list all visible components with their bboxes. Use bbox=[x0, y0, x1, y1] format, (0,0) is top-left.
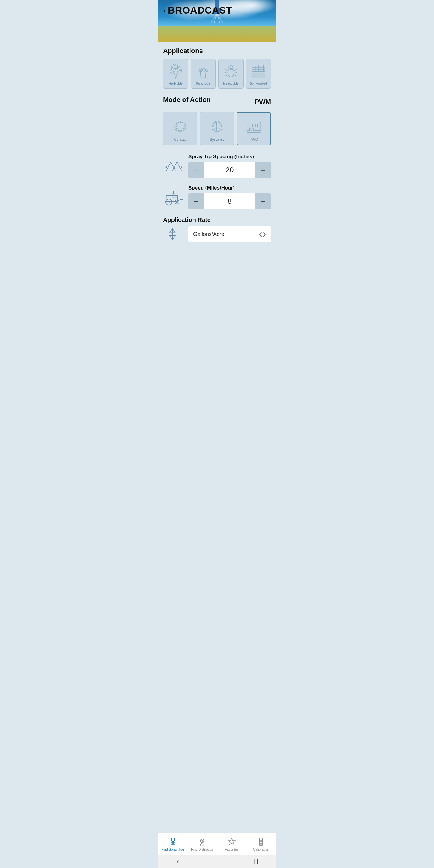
mode-grid: Contact Systemic bbox=[163, 112, 271, 145]
svg-point-13 bbox=[201, 70, 202, 70]
svg-point-54 bbox=[213, 125, 213, 126]
svg-rect-40 bbox=[252, 73, 265, 78]
svg-marker-92 bbox=[182, 198, 183, 200]
insecticide-label: Insecticide bbox=[223, 82, 239, 85]
app-card-herbicide[interactable]: Herbicide bbox=[163, 59, 188, 89]
mode-of-action-section: Mode of Action PWM bbox=[163, 96, 271, 145]
svg-point-45 bbox=[182, 122, 183, 123]
svg-point-19 bbox=[204, 68, 205, 69]
spray-tip-spacing-icon bbox=[163, 156, 185, 176]
hero-header: ‹ BROADCAST bbox=[163, 5, 232, 16]
main-content: Applications Herbicide bbox=[158, 42, 276, 290]
spray-tip-spacing-row: Spray Tip Spacing (Inches) − 20 + bbox=[163, 154, 271, 178]
svg-point-18 bbox=[202, 69, 203, 70]
svg-line-29 bbox=[234, 75, 236, 76]
applications-title: Applications bbox=[163, 47, 271, 55]
application-rate-icon bbox=[163, 226, 185, 243]
svg-point-51 bbox=[179, 130, 180, 131]
spray-tip-spacing-content: Spray Tip Spacing (Inches) − 20 + bbox=[188, 154, 271, 178]
svg-point-44 bbox=[180, 121, 181, 123]
mode-active-badge: PWM bbox=[255, 98, 271, 106]
svg-line-27 bbox=[234, 69, 237, 71]
speed-decrement[interactable]: − bbox=[188, 193, 204, 209]
applications-section: Applications Herbicide bbox=[163, 47, 271, 89]
mode-card-systemic[interactable]: Systemic bbox=[200, 112, 234, 145]
fungicide-label: Fungicide bbox=[196, 82, 210, 85]
svg-point-55 bbox=[214, 129, 215, 130]
spray-tip-spacing-control: − 20 + bbox=[188, 162, 271, 178]
speed-label: Speed (Miles/Hour) bbox=[188, 185, 271, 191]
svg-point-46 bbox=[184, 124, 185, 125]
mode-header: Mode of Action PWM bbox=[163, 96, 271, 108]
svg-point-42 bbox=[176, 124, 178, 125]
svg-line-28 bbox=[234, 72, 237, 73]
hero-field bbox=[158, 26, 276, 42]
svg-point-47 bbox=[176, 126, 177, 127]
svg-point-50 bbox=[183, 128, 184, 129]
svg-marker-79 bbox=[166, 162, 176, 171]
pwm-icon bbox=[245, 117, 263, 135]
back-icon[interactable]: ‹ bbox=[163, 6, 165, 15]
app-card-insecticide[interactable]: Insecticide bbox=[218, 59, 244, 89]
contact-label: Contact bbox=[174, 137, 186, 142]
svg-marker-83 bbox=[181, 166, 183, 168]
svg-point-8 bbox=[174, 65, 178, 68]
herbicide-label: Herbicide bbox=[169, 82, 183, 85]
hero-image: ‹ BROADCAST bbox=[158, 0, 276, 42]
speed-icon bbox=[163, 187, 185, 207]
application-rate-illustration bbox=[165, 226, 182, 243]
speed-row: Speed (Miles/Hour) − 8 + bbox=[163, 185, 271, 209]
soil-applied-icon bbox=[250, 64, 266, 79]
app-card-fungicide[interactable]: Fungicide bbox=[191, 59, 216, 89]
application-rate-row: Gallons/Acre ❮❯ bbox=[163, 226, 271, 243]
svg-marker-80 bbox=[173, 162, 182, 171]
fungicide-icon bbox=[195, 64, 211, 79]
svg-point-17 bbox=[206, 71, 207, 72]
svg-point-14 bbox=[199, 70, 200, 71]
speed-control: − 8 + bbox=[188, 193, 271, 209]
page-title: BROADCAST bbox=[168, 5, 232, 16]
dropdown-arrow-icon: ❮❯ bbox=[259, 232, 266, 237]
spray-tip-spacing-label: Spray Tip Spacing (Inches) bbox=[188, 154, 271, 160]
pwm-label: PWM bbox=[249, 137, 258, 142]
mode-card-pwm[interactable]: PWM bbox=[237, 112, 271, 145]
app-card-soil-applied[interactable]: Soil Applied bbox=[246, 59, 271, 89]
application-rate-value: Gallons/Acre bbox=[193, 231, 224, 238]
contact-icon bbox=[171, 117, 189, 135]
insecticide-icon bbox=[223, 64, 239, 79]
svg-point-86 bbox=[166, 199, 172, 205]
application-rate-section: Application Rate Gallons/Acre ❮❯ bbox=[163, 216, 271, 243]
systemic-icon bbox=[208, 117, 226, 135]
svg-point-49 bbox=[176, 128, 178, 129]
speed-illustration bbox=[164, 187, 184, 207]
application-rate-dropdown[interactable]: Gallons/Acre ❮❯ bbox=[188, 226, 271, 242]
application-rate-label: Application Rate bbox=[163, 216, 271, 223]
spray-tip-spacing-value: 20 bbox=[204, 166, 255, 174]
mode-of-action-title: Mode of Action bbox=[163, 96, 211, 104]
speed-value: 8 bbox=[204, 197, 255, 206]
svg-line-25 bbox=[225, 72, 228, 73]
svg-rect-90 bbox=[173, 191, 175, 194]
spray-tip-spacing-illustration bbox=[164, 156, 184, 176]
spray-tip-spacing-increment[interactable]: + bbox=[255, 162, 271, 178]
svg-line-11 bbox=[173, 64, 174, 65]
speed-increment[interactable]: + bbox=[255, 193, 271, 209]
svg-point-43 bbox=[178, 122, 179, 123]
speed-content: Speed (Miles/Hour) − 8 + bbox=[188, 185, 271, 209]
svg-point-16 bbox=[205, 70, 206, 71]
herbicide-icon bbox=[168, 64, 184, 79]
svg-line-26 bbox=[225, 75, 227, 76]
mode-card-contact[interactable]: Contact bbox=[163, 112, 197, 145]
svg-marker-82 bbox=[165, 166, 167, 168]
applications-grid: Herbicide Fungicide bbox=[163, 59, 271, 89]
svg-point-52 bbox=[181, 130, 182, 131]
soil-applied-label: Soil Applied bbox=[250, 82, 267, 85]
systemic-label: Systemic bbox=[210, 137, 224, 142]
svg-line-10 bbox=[177, 64, 178, 65]
spray-tip-spacing-decrement[interactable]: − bbox=[188, 162, 204, 178]
svg-point-48 bbox=[184, 126, 185, 127]
svg-line-24 bbox=[225, 69, 228, 71]
svg-rect-31 bbox=[252, 71, 265, 72]
svg-point-88 bbox=[175, 200, 179, 204]
